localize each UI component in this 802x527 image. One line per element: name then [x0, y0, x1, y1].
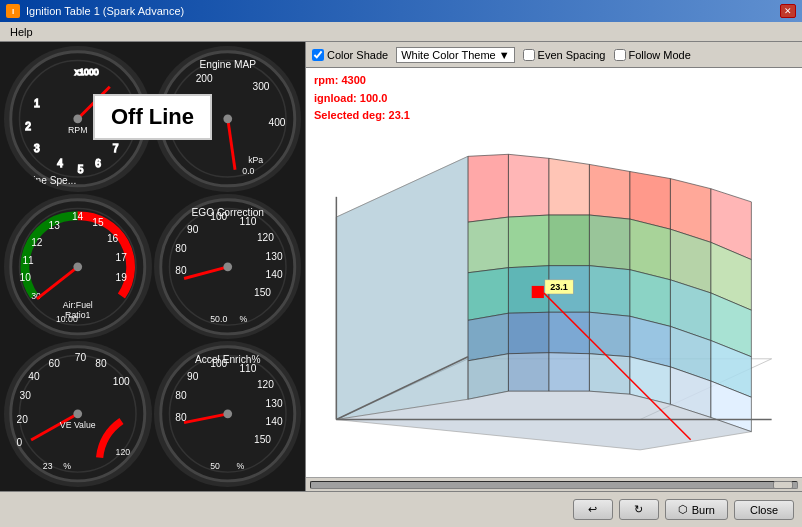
- svg-text:130: 130: [265, 250, 282, 261]
- svg-marker-95: [508, 154, 548, 217]
- svg-text:120: 120: [256, 231, 273, 242]
- ve-gauge: 0 20 30 40 60 70 80 100 23 % 120 VE Valu…: [4, 341, 152, 487]
- even-spacing-checkbox[interactable]: [523, 49, 535, 61]
- selected-point-marker: [532, 286, 544, 298]
- rpm-gauge: 1 2 3 4 5 6 7 8 9 x1000 Engine Spe... RP…: [4, 46, 152, 192]
- svg-text:80: 80: [175, 243, 187, 254]
- window-title: Ignition Table 1 (Spark Advance): [26, 5, 184, 17]
- svg-text:19: 19: [116, 272, 128, 283]
- svg-text:0.0: 0.0: [242, 166, 254, 176]
- svg-marker-123: [508, 352, 548, 390]
- accel-gauge: 80 80 90 100 110 120 130 140 150 50 % Ac…: [154, 341, 302, 487]
- svg-text:Air:Fuel: Air:Fuel: [63, 299, 93, 309]
- svg-text:80: 80: [175, 265, 187, 276]
- burn-button[interactable]: ⬡ Burn: [665, 499, 728, 520]
- svg-marker-111: [589, 265, 629, 316]
- svg-marker-129: [336, 156, 468, 419]
- svg-text:Engine MAP: Engine MAP: [199, 59, 256, 70]
- svg-point-90: [223, 410, 232, 419]
- afr-gauge: 10 11 12 13 14 15 16 17 19 30 10.00 Air:…: [4, 194, 152, 340]
- svg-text:90: 90: [186, 372, 198, 383]
- scrollbar-track[interactable]: [310, 481, 798, 489]
- svg-text:80: 80: [95, 359, 107, 370]
- color-theme-dropdown[interactable]: White Color Theme ▼: [396, 47, 514, 63]
- map-gauge: 200 300 400 100 0.0 kPa Engine MAP: [154, 46, 302, 192]
- svg-point-58: [223, 262, 232, 271]
- svg-text:9: 9: [110, 98, 116, 109]
- svg-text:3: 3: [34, 143, 40, 154]
- chart-toolbar: Color Shade White Color Theme ▼ Even Spa…: [306, 42, 802, 68]
- svg-text:13: 13: [49, 220, 61, 231]
- svg-text:15: 15: [92, 217, 104, 228]
- ego-gauge: 80 80 90 100 110 120 130 140 150 50.0 % …: [154, 194, 302, 340]
- svg-text:120: 120: [256, 379, 273, 390]
- svg-marker-116: [508, 312, 548, 354]
- rpm-info: rpm: 4300: [314, 72, 794, 90]
- chart-panel: Color Shade White Color Theme ▼ Even Spa…: [305, 42, 802, 491]
- follow-mode-checkbox-item: Follow Mode: [614, 49, 691, 61]
- follow-mode-label: Follow Mode: [629, 49, 691, 61]
- ignload-info: ignload: 100.0: [314, 90, 794, 108]
- svg-text:0: 0: [17, 437, 23, 448]
- main-content: 1 2 3 4 5 6 7 8 9 x1000 Engine Spe... RP…: [0, 42, 802, 491]
- svg-marker-108: [468, 267, 508, 320]
- scrollbar-thumb[interactable]: [773, 481, 793, 489]
- color-shade-label: Color Shade: [327, 49, 388, 61]
- svg-text:16: 16: [107, 233, 119, 244]
- svg-text:90: 90: [186, 224, 198, 235]
- 3d-chart-container[interactable]: 23.1: [306, 129, 802, 477]
- title-bar-left: I Ignition Table 1 (Spark Advance): [6, 4, 184, 18]
- svg-text:40: 40: [28, 372, 40, 383]
- redo-icon: ↻: [634, 503, 643, 516]
- svg-text:10: 10: [19, 272, 31, 283]
- svg-text:150: 150: [253, 287, 270, 298]
- svg-point-25: [223, 114, 232, 123]
- svg-text:RPM: RPM: [68, 125, 87, 135]
- svg-text:%: %: [239, 314, 247, 324]
- even-spacing-label: Even Spacing: [538, 49, 606, 61]
- follow-mode-checkbox[interactable]: [614, 49, 626, 61]
- svg-text:11: 11: [22, 255, 34, 266]
- color-shade-checkbox-item: Color Shade: [312, 49, 388, 61]
- even-spacing-checkbox-item: Even Spacing: [523, 49, 606, 61]
- svg-point-13: [73, 114, 82, 123]
- redo-button[interactable]: ↻: [619, 499, 659, 520]
- svg-text:kPa: kPa: [248, 155, 263, 165]
- help-menu[interactable]: Help: [4, 25, 39, 39]
- svg-text:23.1: 23.1: [550, 282, 568, 292]
- svg-marker-102: [508, 215, 548, 268]
- svg-text:80: 80: [175, 391, 187, 402]
- svg-text:Accel Enrich%: Accel Enrich%: [194, 354, 260, 365]
- svg-point-41: [73, 262, 82, 271]
- svg-marker-115: [468, 313, 508, 361]
- svg-text:140: 140: [265, 417, 282, 428]
- svg-text:Engine Spe...: Engine Spe...: [15, 175, 76, 186]
- svg-text:x1000: x1000: [75, 67, 99, 77]
- svg-text:50.0: 50.0: [210, 314, 227, 324]
- close-label: Close: [750, 504, 778, 516]
- svg-marker-118: [589, 312, 629, 357]
- dropdown-arrow: ▼: [499, 49, 510, 61]
- svg-text:60: 60: [49, 359, 61, 370]
- svg-marker-103: [549, 215, 589, 266]
- svg-text:300: 300: [252, 81, 269, 92]
- svg-marker-101: [468, 217, 508, 273]
- undo-button[interactable]: ↩: [573, 499, 613, 520]
- undo-icon: ↩: [588, 503, 597, 516]
- svg-text:8: 8: [119, 121, 125, 132]
- svg-text:200: 200: [195, 73, 212, 84]
- color-shade-checkbox[interactable]: [312, 49, 324, 61]
- title-bar: I Ignition Table 1 (Spark Advance) ✕: [0, 0, 802, 22]
- svg-text:30: 30: [19, 391, 31, 402]
- window-close-button[interactable]: ✕: [780, 4, 796, 18]
- app-icon: I: [6, 4, 20, 18]
- svg-text:150: 150: [253, 434, 270, 445]
- selected-deg-info: Selected deg: 23.1: [314, 107, 794, 125]
- svg-text:70: 70: [75, 353, 87, 364]
- svg-text:23: 23: [43, 462, 53, 472]
- scrollbar-area: [306, 477, 802, 491]
- svg-text:50: 50: [210, 462, 220, 472]
- svg-text:100: 100: [113, 376, 130, 387]
- svg-text:EGO Correction: EGO Correction: [191, 207, 263, 218]
- close-button[interactable]: Close: [734, 500, 794, 520]
